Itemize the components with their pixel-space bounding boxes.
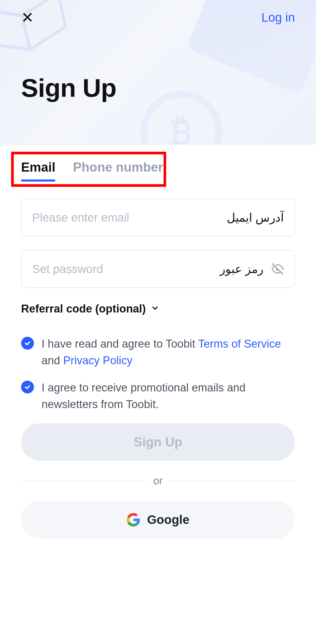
checkbox-promo[interactable]	[21, 381, 34, 393]
tab-phone-number[interactable]: Phone number	[73, 160, 163, 181]
google-label: Google	[147, 513, 190, 527]
password-field[interactable]: Set password رمز عبور	[21, 250, 295, 288]
promo-text: I agree to receive promotional emails an…	[42, 379, 295, 413]
terms-check-row: I have read and agree to Toobit Terms of…	[21, 336, 295, 369]
chevron-down-icon	[151, 303, 159, 315]
email-label-rtl: آدرس ایمیل	[227, 211, 284, 224]
signup-sheet: Email Phone number Please enter email آد…	[0, 145, 316, 644]
password-label-rtl: رمز عبور	[220, 262, 263, 276]
google-signin-button[interactable]: Google	[21, 501, 295, 538]
password-placeholder: Set password	[32, 263, 220, 276]
email-placeholder: Please enter email	[32, 211, 227, 224]
email-field[interactable]: Please enter email آدرس ایمیل	[21, 198, 295, 236]
referral-toggle[interactable]: Referral code (optional)	[21, 303, 295, 315]
google-icon	[127, 513, 140, 526]
page-title: Sign Up	[21, 73, 295, 103]
checkbox-terms[interactable]	[21, 337, 34, 350]
tab-email[interactable]: Email	[21, 160, 55, 181]
terms-text: I have read and agree to Toobit Terms of…	[42, 336, 295, 369]
referral-label: Referral code (optional)	[21, 303, 146, 315]
eye-off-icon[interactable]	[272, 263, 284, 275]
or-text: or	[153, 475, 163, 487]
or-divider: or	[21, 475, 295, 487]
login-link[interactable]: Log in	[262, 11, 295, 25]
hero-banner: ✕ Log in Sign Up	[0, 0, 316, 145]
tabs-row: Email Phone number	[21, 145, 295, 181]
privacy-policy-link[interactable]: Privacy Policy	[63, 354, 133, 367]
close-icon[interactable]: ✕	[21, 10, 34, 25]
signup-button[interactable]: Sign Up	[21, 423, 295, 461]
promo-check-row: I agree to receive promotional emails an…	[21, 379, 295, 413]
terms-of-service-link[interactable]: Terms of Service	[198, 338, 281, 350]
